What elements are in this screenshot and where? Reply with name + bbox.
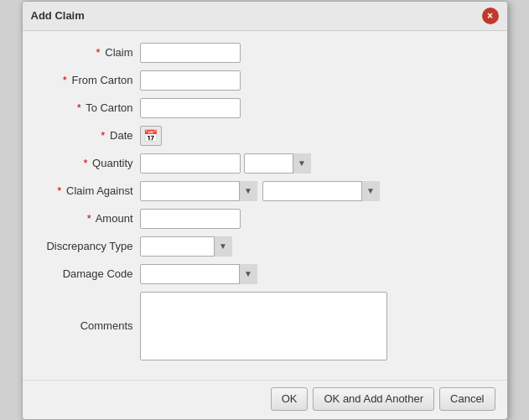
discrepancy-type-select-wrapper: ▼	[140, 236, 232, 257]
quantity-input[interactable]	[140, 153, 241, 174]
dialog-header: Add Claim ×	[23, 2, 507, 31]
dialog-footer: OK OK and Add Another Cancel	[23, 380, 507, 419]
date-field: 📅	[140, 126, 162, 146]
damage-code-select-wrapper: ▼	[140, 264, 257, 284]
close-button[interactable]: ×	[482, 8, 499, 24]
amount-input[interactable]	[140, 209, 241, 229]
discrepancy-type-select[interactable]	[140, 236, 232, 257]
claim-input[interactable]	[140, 43, 241, 63]
quantity-row: * Quantity ▼	[39, 153, 490, 174]
dialog-title: Add Claim	[31, 9, 85, 22]
damage-code-label: Damage Code	[39, 267, 140, 280]
claim-label: * Claim	[39, 46, 140, 59]
quantity-unit-select-wrapper: ▼	[244, 153, 311, 174]
dialog-body: * Claim * From Carton * To Carton *	[23, 31, 507, 376]
claim-against-select2-wrapper: ▼	[262, 181, 380, 201]
damage-code-select[interactable]	[140, 264, 257, 284]
discrepancy-type-row: Discrepancy Type ▼	[39, 236, 490, 257]
required-star: *	[96, 46, 101, 59]
from-carton-row: * From Carton	[39, 70, 490, 91]
claim-against-select1[interactable]	[140, 181, 257, 201]
to-carton-input[interactable]	[140, 98, 241, 118]
claim-against-controls: ▼ ▼	[140, 181, 380, 201]
cancel-button[interactable]: Cancel	[439, 387, 495, 411]
ok-add-another-button[interactable]: OK and Add Another	[313, 387, 434, 411]
quantity-controls: ▼	[140, 153, 311, 174]
claim-against-label: * Claim Against	[39, 184, 140, 197]
calendar-button[interactable]: 📅	[140, 126, 162, 146]
add-claim-dialog: Add Claim × * Claim * From Carton * To C…	[22, 1, 508, 420]
to-carton-row: * To Carton	[39, 98, 490, 118]
to-carton-label: * To Carton	[39, 101, 140, 114]
date-row: * Date 📅	[39, 126, 490, 146]
claim-against-select2[interactable]	[262, 181, 380, 201]
quantity-unit-select[interactable]	[244, 153, 311, 174]
claim-against-select1-wrapper: ▼	[140, 181, 257, 201]
damage-code-row: Damage Code ▼	[39, 264, 490, 284]
amount-row: * Amount	[39, 209, 490, 229]
date-label: * Date	[39, 129, 140, 142]
claim-against-row: * Claim Against ▼ ▼	[39, 181, 490, 201]
comments-label: Comments	[39, 319, 140, 332]
amount-label: * Amount	[39, 212, 140, 225]
discrepancy-type-label: Discrepancy Type	[39, 240, 140, 252]
quantity-label: * Quantity	[39, 157, 140, 169]
from-carton-label: * From Carton	[39, 74, 140, 86]
ok-button[interactable]: OK	[271, 387, 309, 411]
comments-textarea[interactable]	[140, 292, 387, 360]
from-carton-input[interactable]	[140, 70, 241, 91]
comments-row: Comments	[39, 292, 490, 360]
claim-row: * Claim	[39, 43, 490, 63]
calendar-icon: 📅	[143, 129, 158, 143]
